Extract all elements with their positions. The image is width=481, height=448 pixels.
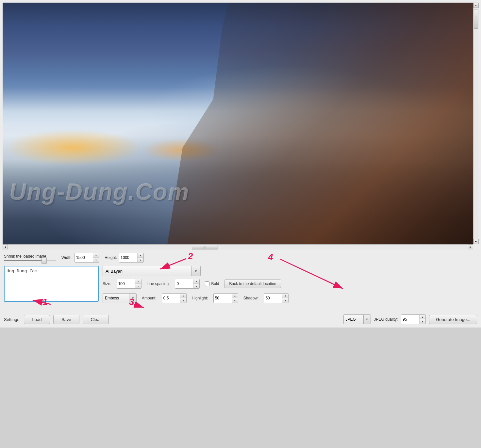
controls-panel: Shrink the loaded image Width: 1500 ▲ ▼ [0,249,481,310]
highlight-input[interactable]: 50 [214,294,232,303]
back-to-default-button[interactable]: Back to the default location [224,280,281,288]
line-spacing-increment-button[interactable]: ▲ [193,279,199,284]
corner-box [473,244,478,249]
grip-h [204,246,206,248]
scroll-up-button[interactable]: ▲ [473,3,479,8]
amount-label: Amount: [142,296,157,300]
app-window: Ung-Dung.Com ▲ ▼ [0,0,481,328]
shrink-section: Shrink the loaded image [4,254,56,261]
width-label: Width: [61,255,73,260]
shadow-increment-button[interactable]: ▲ [282,294,288,298]
quality-spinbox: 95 ▲ ▼ [401,314,426,324]
size-spin-buttons: ▲ ▼ [135,279,141,288]
shadow-spinbox: 50 ▲ ▼ [264,293,289,303]
size-label: Size: [103,281,111,286]
right-arrow-icon: ► [469,246,472,248]
quality-spin-buttons: ▲ ▼ [419,315,425,324]
font-section: Al Bayan Arial Times New Roman Helvetica… [103,266,477,303]
shadow-spin-buttons: ▲ ▼ [282,294,288,303]
watermark-text-input[interactable]: Ung-Dung.Com [4,266,99,302]
width-increment-button[interactable]: ▲ [93,253,99,258]
amount-spin-buttons: ▲ ▼ [180,294,186,303]
size-increment-button[interactable]: ▲ [135,279,141,284]
height-spin-buttons: ▲ ▼ [137,253,143,262]
settings-label: Settings [4,317,19,322]
quality-decrement-button[interactable]: ▼ [420,319,425,324]
size-decrement-button[interactable]: ▼ [135,284,141,288]
shadow-input[interactable]: 50 [264,294,282,303]
vertical-scrollbar[interactable]: ▲ ▼ [473,3,478,244]
height-input[interactable]: 1000 [119,253,137,262]
scroll-down-button[interactable]: ▼ [473,239,479,244]
grip-v [475,16,477,22]
grip-h-line-2 [205,246,205,248]
quality-increment-button[interactable]: ▲ [420,315,425,319]
highlight-spin-buttons: ▲ ▼ [232,294,238,303]
quality-label: JPEG quality: [374,317,398,322]
grip-line-3 [475,18,477,18]
load-button[interactable]: Load [24,315,50,324]
shadow-label: Shadow: [243,296,259,300]
width-input[interactable]: 1500 [75,253,93,262]
font-controls-row: Size: 100 ▲ ▼ Line spacing: 0 [103,279,477,289]
save-button[interactable]: Save [53,315,79,324]
scroll-track-v[interactable] [473,8,478,239]
highlight-increment-button[interactable]: ▲ [232,294,238,298]
height-label: Height: [105,255,117,260]
height-section: Height: 1000 ▲ ▼ [105,253,144,263]
highlight-decrement-button[interactable]: ▼ [232,298,238,303]
amount-decrement-button[interactable]: ▼ [180,298,186,303]
scroll-right-button[interactable]: ► [468,245,473,250]
line-spacing-input[interactable]: 0 [175,279,193,288]
up-arrow-icon: ▲ [475,4,477,7]
shadow-decrement-button[interactable]: ▼ [282,298,288,303]
shrink-slider[interactable] [4,260,56,261]
scroll-left-button[interactable]: ◄ [3,245,8,250]
bold-label: Bold [211,281,219,286]
height-increment-button[interactable]: ▲ [138,253,143,258]
clear-button[interactable]: Clear [83,315,109,324]
width-section: Width: 1500 ▲ ▼ [61,253,99,263]
width-spinbox: 1500 ▲ ▼ [75,253,99,263]
grip-h-line-1 [204,246,204,248]
size-input[interactable]: 100 [117,279,135,288]
format-dropdown-arrow[interactable]: ▼ [363,315,371,324]
quality-label-text: JPEG quality: [374,317,398,322]
amount-input[interactable]: 0.5 [162,294,180,303]
format-select[interactable]: JPEG PNG BMP GIF [344,315,363,324]
effect-dropdown-arrow[interactable]: ▼ [129,294,136,303]
bold-container: Bold [205,281,219,286]
font-dropdown-arrow[interactable]: ▼ [191,266,200,276]
line-spacing-decrement-button[interactable]: ▼ [193,284,199,288]
font-select[interactable]: Al Bayan Arial Times New Roman Helvetica… [103,266,191,276]
grip-h-line-3 [206,246,206,248]
line-spacing-label: Line spacing: [147,281,170,286]
bold-checkbox[interactable] [205,281,209,286]
effect-row: Emboss None Shadow Relief ▼ Amount: 0.5 [103,293,477,303]
font-dropdown[interactable]: Al Bayan Arial Times New Roman Helvetica… [103,266,201,276]
effect-select[interactable]: Emboss None Shadow Relief [103,294,129,303]
effect-dropdown[interactable]: Emboss None Shadow Relief ▼ [103,293,137,303]
amount-increment-button[interactable]: ▲ [180,294,186,298]
quality-input[interactable]: 95 [401,315,419,324]
horizontal-scrollbar-row: ◄ ► [3,244,478,249]
width-decrement-button[interactable]: ▼ [93,258,99,262]
line-spacing-spin-buttons: ▲ ▼ [193,279,199,288]
size-spinbox: 100 ▲ ▼ [117,279,141,289]
down-arrow-icon: ▼ [475,240,477,243]
grip-line-1 [475,16,477,16]
amount-spinbox: 0.5 ▲ ▼ [162,293,187,303]
format-dropdown[interactable]: JPEG PNG BMP GIF ▼ [343,314,371,324]
line-spacing-spinbox: 0 ▲ ▼ [175,279,200,289]
width-spin-buttons: ▲ ▼ [93,253,99,262]
scroll-track-h[interactable] [8,245,468,249]
generate-button[interactable]: Generate Image... [429,315,477,324]
grip-line-2 [475,17,477,17]
slider-container [4,260,56,261]
image-background [3,3,473,244]
height-decrement-button[interactable]: ▼ [138,258,143,262]
scroll-thumb-v[interactable] [474,9,478,29]
image-canvas: Ung-Dung.Com [3,3,473,244]
horizontal-scrollbar[interactable]: ◄ ► [3,244,473,249]
scroll-thumb-h[interactable] [192,245,218,249]
